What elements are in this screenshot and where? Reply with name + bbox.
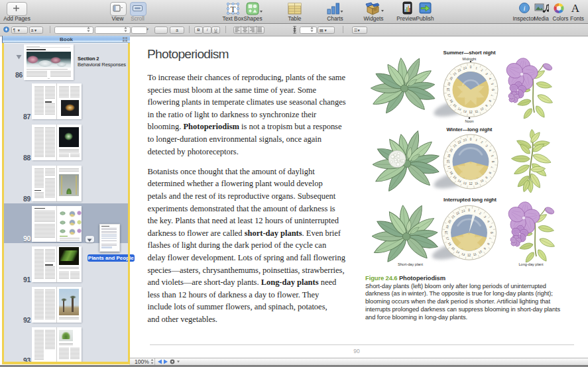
svg-text:6: 6	[490, 232, 493, 234]
svg-text:18: 18	[445, 231, 448, 235]
svg-text:0: 0	[470, 138, 472, 141]
svg-text:12: 12	[469, 111, 473, 114]
svg-text:0: 0	[470, 66, 472, 69]
svg-text:18: 18	[447, 160, 450, 164]
svg-text:6: 6	[491, 161, 495, 163]
svg-text:Midnight: Midnight	[463, 57, 477, 61]
svg-text:Noon: Noon	[465, 119, 473, 123]
svg-text:12: 12	[469, 182, 473, 185]
svg-text:0: 0	[468, 209, 470, 212]
svg-text:Long-day plant: Long-day plant	[518, 262, 543, 266]
svg-text:Summer—short night: Summer—short night	[443, 50, 496, 56]
svg-text:12: 12	[467, 254, 471, 257]
svg-text:18: 18	[447, 88, 450, 92]
svg-text:Interrupted long night: Interrupted long night	[443, 197, 497, 203]
svg-text:Short-day plant: Short-day plant	[398, 262, 423, 266]
svg-text:6: 6	[491, 89, 495, 91]
svg-text:Winter—long night: Winter—long night	[447, 127, 493, 132]
